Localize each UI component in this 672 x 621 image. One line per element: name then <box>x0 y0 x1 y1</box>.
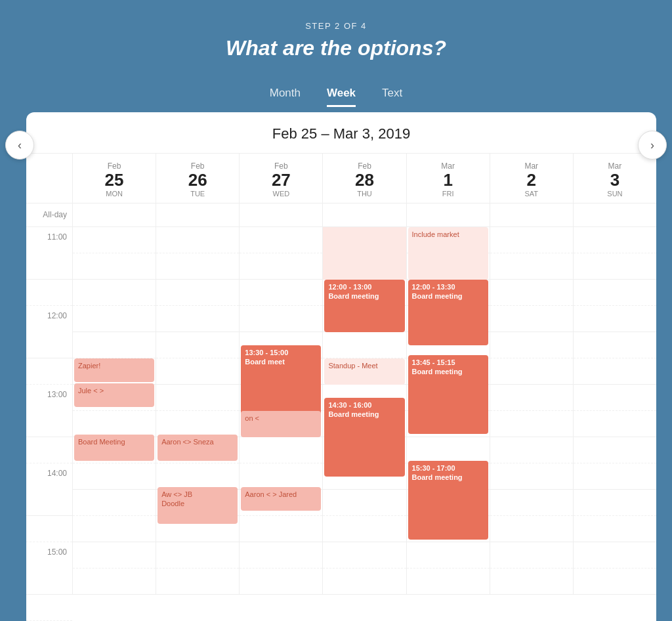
day-col-4: Include market 12:00 - 13:30 Board meeti… <box>406 227 490 595</box>
tab-week[interactable]: Week <box>327 87 356 107</box>
day-header-thu: Feb 28 THU <box>322 154 406 203</box>
step-label: STEP 2 OF 4 <box>226 21 446 31</box>
event-thu-light <box>323 227 406 280</box>
event-jule[interactable]: Jule < > <box>74 383 154 407</box>
event-aaron-sneza[interactable]: Aaron <> Sneza <box>158 435 238 461</box>
tabs-container: Month Week Text <box>270 76 403 107</box>
prev-button[interactable]: ‹ <box>5 131 34 160</box>
calendar: Feb 25 – Mar 3, 2019 Feb 25 MON Feb 26 T… <box>26 112 656 621</box>
event-standup[interactable]: Standup - Meet <box>324 358 404 385</box>
page-title: What are the options? <box>226 36 446 60</box>
event-aaron-jared[interactable]: Aaron < > Jared <box>241 487 321 511</box>
event-board-meeting-fri2[interactable]: 13:45 - 15:15 Board meeting <box>408 355 488 434</box>
day-col-3: 12:00 - 13:00 Board meeting Standup - Me… <box>322 227 406 595</box>
day-header-mon: Feb 25 MON <box>72 154 156 203</box>
event-board-meeting-thu[interactable]: 12:00 - 13:00 Board meeting <box>324 280 404 332</box>
all-day-row: All-day <box>26 203 656 227</box>
day-header-sat: Mar 2 SAT <box>490 154 573 203</box>
date-range: Feb 25 – Mar 3, 2019 <box>26 112 656 154</box>
day-header-fri: Mar 1 FRI <box>406 154 490 203</box>
time-column: 11:00 12:00 13:00 14:00 15:00 16:00 17:0… <box>26 227 72 621</box>
event-aw-jb[interactable]: Aw <> JB Doodle <box>158 487 238 524</box>
tab-text[interactable]: Text <box>382 87 402 107</box>
day-header-wed: Feb 27 WED <box>239 154 322 203</box>
event-board-meeting-fri3[interactable]: 15:30 - 17:00 Board meeting <box>408 461 488 540</box>
event-include-market[interactable]: Include market <box>408 227 488 280</box>
day-headers: Feb 25 MON Feb 26 TUE Feb 27 WED Feb 28 … <box>26 154 656 203</box>
day-col-6 <box>573 227 656 595</box>
day-header-tue: Feb 26 TUE <box>156 154 239 203</box>
day-col-0: Zapier! Jule < > Board Meeting <box>72 227 156 595</box>
day-header-sun: Mar 3 SUN <box>573 154 656 203</box>
tab-month[interactable]: Month <box>270 87 301 107</box>
calendar-body: 11:00 12:00 13:00 14:00 15:00 16:00 17:0… <box>26 227 656 621</box>
page-header: STEP 2 OF 4 What are the options? <box>213 0 459 76</box>
event-board-meeting-fri[interactable]: 12:00 - 13:30 Board meeting <box>408 280 488 345</box>
event-board-meeting-thu2[interactable]: 14:30 - 16:00 Board meeting <box>324 398 404 477</box>
day-col-5 <box>490 227 573 595</box>
day-col-1: Aaron <> Sneza Aw <> JB Doodle <box>156 227 239 595</box>
event-zapier[interactable]: Zapier! <box>74 358 154 382</box>
day-col-2: 13:30 - 15:00 Board meet on < Aaron < > … <box>239 227 322 595</box>
event-on[interactable]: on < <box>241 411 321 437</box>
event-board-meeting-mon[interactable]: Board Meeting <box>74 435 154 461</box>
next-button[interactable]: › <box>638 131 667 160</box>
